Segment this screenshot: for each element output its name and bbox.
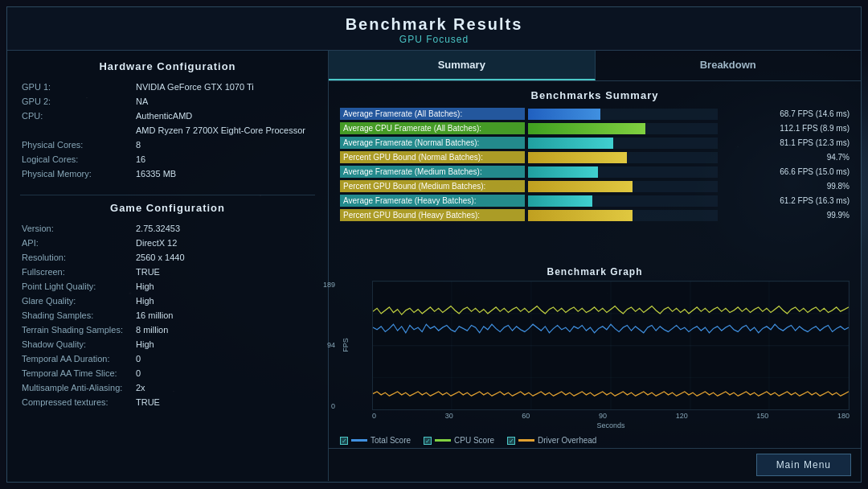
game-value: 16 million [136,309,313,322]
game-value: 0 [136,352,313,365]
benchmark-bar-row: Average Framerate (Normal Batches): 81.1… [340,137,850,149]
game-label: Resolution: [22,251,134,264]
benchmark-bar-row: Percent GPU Bound (Normal Batches): 94.7… [340,151,850,163]
game-config-table: Version:2.75.32453API:DirectX 12Resoluti… [20,220,315,410]
bar-value: 112.1 FPS (8.9 ms) [721,124,850,133]
hw-row: Physical Memory:16335 MB [22,167,313,180]
game-row: Shading Samples:16 million [22,309,313,322]
legend-item: ✓ Driver Overhead [507,436,596,445]
y-mid: 94 [311,341,335,349]
bar-wrapper [528,152,718,163]
hw-config-table: GPU 1:NVIDIA GeForce GTX 1070 TiGPU 2:NA… [20,79,315,182]
left-panel: Hardware Configuration GPU 1:NVIDIA GeFo… [7,51,329,481]
game-row: Compressed textures:TRUE [22,396,313,409]
game-row: API:DirectX 12 [22,236,313,249]
y-axis-title: FPS [342,338,350,352]
game-label: Temporal AA Time Slice: [22,367,134,380]
benchmark-bar-row: Average Framerate (All Batches): 68.7 FP… [340,108,850,120]
hw-value: AuthenticAMD [136,109,313,122]
legend-check[interactable]: ✓ [340,437,348,445]
x-label-30: 30 [445,412,453,420]
game-value: TRUE [136,396,313,409]
tab-breakdown[interactable]: Breakdown [596,51,862,80]
game-label: API: [22,236,134,249]
game-section-title: Game Configuration [20,202,315,214]
legend-check[interactable]: ✓ [424,437,432,445]
summary-title: Benchmarks Summary [340,89,850,101]
bottom-bar: Main Menu [329,448,861,481]
hw-value: 16335 MB [136,167,313,180]
bar-fill [528,166,598,178]
bar-label: Percent GPU Bound (Normal Batches): [340,151,525,163]
bar-wrapper [528,138,718,149]
game-value: 2560 x 1440 [136,251,313,264]
bar-label: Average Framerate (All Batches): [340,108,525,120]
hw-row: AMD Ryzen 7 2700X Eight-Core Processor [22,124,313,137]
x-label-120: 120 [676,412,688,420]
y-min: 0 [311,402,335,410]
bar-wrapper [528,181,718,192]
hw-row: GPU 2:NA [22,95,313,108]
x-axis-title: Seconds [372,421,850,429]
legend-check[interactable]: ✓ [507,437,515,445]
hw-row: GPU 1:NVIDIA GeForce GTX 1070 Ti [22,80,313,93]
game-row: Terrain Shading Samples:8 million [22,323,313,336]
summary-content: Benchmarks Summary Average Framerate (Al… [329,81,861,261]
hw-row: Logical Cores:16 [22,153,313,166]
x-label-90: 90 [599,412,607,420]
tab-summary[interactable]: Summary [329,51,596,80]
graph-area [372,281,850,411]
main-menu-button[interactable]: Main Menu [756,454,851,476]
hw-label: Physical Memory: [22,167,134,180]
game-row: Resolution:2560 x 1440 [22,251,313,264]
bar-fill [528,195,592,207]
hw-label [22,124,134,137]
hw-value: NVIDIA GeForce GTX 1070 Ti [136,80,313,93]
hw-value: NA [136,95,313,108]
bar-wrapper [528,109,718,120]
legend-item: ✓ Total Score [340,436,411,445]
bar-fill [528,123,645,134]
bar-value: 99.9% [721,211,850,220]
legend-line [351,439,367,442]
hw-label: GPU 1: [22,80,134,93]
tabs-container: Summary Breakdown [329,51,861,81]
bar-fill [528,138,613,149]
game-value: High [136,294,313,307]
bar-label: Average Framerate (Normal Batches): [340,137,525,149]
benchmark-bar-row: Average Framerate (Medium Batches): 66.6… [340,166,850,178]
right-panel: Summary Breakdown Benchmarks Summary Ave… [329,51,861,481]
benchmark-bar-row: Percent GPU Bound (Heavy Batches): 99.9% [340,209,850,221]
game-value: 2x [136,381,313,394]
bar-value: 66.6 FPS (15.0 ms) [721,167,850,176]
x-label-180: 180 [837,412,850,420]
game-row: Temporal AA Time Slice:0 [22,367,313,380]
legend-line [518,439,534,442]
x-axis-labels: 0 30 60 90 120 150 180 [372,410,850,421]
game-label: Shading Samples: [22,309,134,322]
bar-fill [528,152,627,163]
hw-value: AMD Ryzen 7 2700X Eight-Core Processor [136,124,313,137]
game-value: 2.75.32453 [136,222,313,235]
game-label: Version: [22,222,134,235]
legend-label: CPU Score [454,436,494,445]
game-value: 0 [136,367,313,380]
game-label: Fullscreen: [22,265,134,278]
legend: ✓ Total Score ✓ CPU Score ✓ Driver Overh… [329,433,861,448]
game-row: Version:2.75.32453 [22,222,313,235]
hw-value: 16 [136,153,313,166]
hw-value: 8 [136,138,313,151]
benchmark-bar-row: Percent GPU Bound (Medium Batches): 99.8… [340,180,850,192]
game-value: High [136,280,313,293]
graph-section: Benchmark Graph 189 94 0 FPS [329,261,861,434]
x-label-150: 150 [756,412,768,420]
game-label: Point Light Quality: [22,280,134,293]
game-row: Shadow Quality:High [22,338,313,351]
bar-label: Average Framerate (Heavy Batches): [340,195,525,207]
benchmark-bar-row: Average Framerate (Heavy Batches): 61.2 … [340,195,850,207]
bar-value: 61.2 FPS (16.3 ms) [721,196,850,205]
game-value: DirectX 12 [136,236,313,249]
legend-label: Driver Overhead [538,436,596,445]
hw-label: CPU: [22,109,134,122]
page-title: Benchmark Results [7,15,861,34]
